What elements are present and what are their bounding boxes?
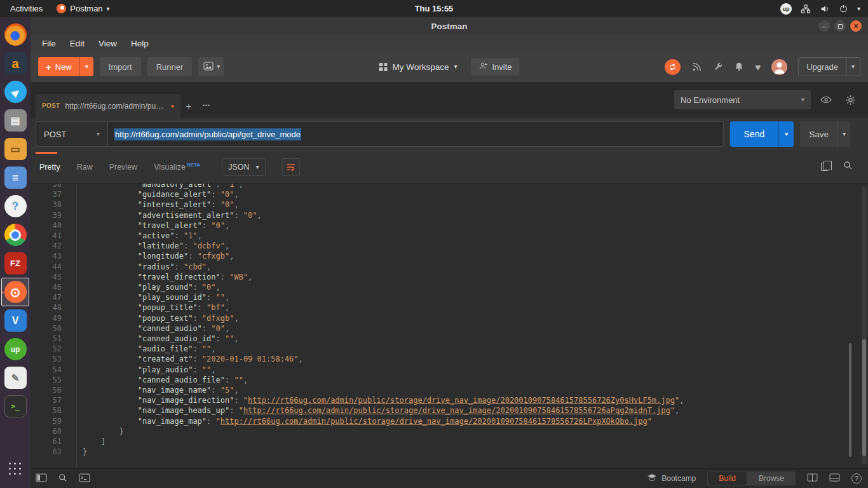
maximize-button[interactable] [834, 20, 846, 32]
dock-item-files-icon[interactable]: ▭ [1, 135, 29, 163]
response-body[interactable]: 36"mandatory_alert": "1",37"guidance_ale… [31, 184, 868, 468]
menu-view[interactable]: View [92, 37, 123, 50]
request-builder: POST ▾ http://rt66ug.com/admin/public/ap… [31, 118, 868, 151]
upgrade-button[interactable]: Upgrade ▾ [798, 57, 860, 76]
open-new-button[interactable]: ▾ [198, 57, 224, 76]
volume-icon[interactable] [820, 4, 830, 14]
environment-quick-look-eye-icon[interactable] [817, 91, 835, 109]
wrap-text-button[interactable] [282, 158, 300, 176]
code-line: 50"canned_audio": "0", [31, 323, 868, 334]
avatar[interactable] [771, 59, 787, 75]
scrollbar[interactable] [862, 186, 867, 464]
tab-options-button[interactable]: ••• [198, 98, 215, 113]
build-browse-switch: Build Browse [707, 471, 796, 485]
format-selector[interactable]: JSON ▾ [222, 158, 265, 176]
inner-scrollbar[interactable] [849, 343, 851, 457]
close-button[interactable]: × [850, 20, 862, 32]
capture-requests-icon[interactable] [691, 62, 702, 72]
two-pane-icon[interactable] [807, 473, 818, 484]
dock-item-printer-icon[interactable]: ▤ [1, 106, 29, 135]
status-bar: Bootcamp Build Browse ? [31, 468, 868, 488]
sidebar-toggle-icon[interactable] [36, 473, 47, 484]
show-applications-icon[interactable] [1, 456, 29, 482]
send-button[interactable]: Send ▾ [730, 121, 794, 147]
url-selected-text: http://rt66ug.com/admin/public/api/get_d… [114, 128, 301, 140]
dock-item-telegram-icon[interactable]: ▶ [1, 78, 29, 106]
request-tab-bar: POST http://rt66ug.com/admin/publ... ● +… [31, 82, 868, 118]
dock-item-firefox-icon[interactable] [1, 20, 29, 49]
new-dropdown[interactable]: ▾ [79, 57, 93, 76]
request-tab[interactable]: POST http://rt66ug.com/admin/publ... ● [36, 94, 180, 118]
code-line: 53"created_at": "2020-01-09 01:58:46", [31, 354, 868, 364]
code-line: 60} [31, 426, 868, 437]
dock-item-vscode-icon[interactable]: V [1, 306, 29, 335]
invite-user-icon [478, 62, 487, 72]
console-drawer-icon[interactable] [829, 473, 840, 484]
network-icon[interactable] [801, 4, 811, 14]
dock-item-help-icon[interactable]: ? [1, 192, 29, 220]
tab-raw[interactable]: Raw [77, 163, 93, 172]
chevron-down-icon[interactable]: ▾ [857, 6, 860, 12]
console-icon[interactable] [79, 473, 90, 484]
workspace-grid-icon [379, 63, 387, 71]
code-line: 47"play_sound_id": "", [31, 292, 868, 302]
code-line: 44"radius": "cbd", [31, 262, 868, 272]
tab-visualize[interactable]: VisualizeBETA [154, 162, 200, 172]
code-line: 55"canned_audio_file": "", [31, 375, 868, 385]
dock-item-upwork-icon[interactable]: up [1, 335, 29, 363]
dock: a▶▤▭≡?FZ⊙Vup✎>_ [0, 17, 31, 488]
environment-selector[interactable]: No Environment ▾ [674, 90, 811, 109]
copy-icon[interactable] [821, 163, 828, 171]
plus-icon: + [46, 62, 51, 72]
dock-item-chrome-icon[interactable] [1, 220, 29, 249]
search-icon[interactable] [843, 161, 853, 173]
sync-status-icon[interactable] [665, 59, 681, 75]
dock-item-amazon-icon[interactable]: a [1, 49, 29, 78]
new-button[interactable]: +New ▾ [38, 57, 93, 76]
dock-item-postman-icon[interactable]: ⊙ [1, 278, 29, 306]
code-line: 61] [31, 437, 868, 447]
heart-icon[interactable]: ♥ [755, 62, 761, 72]
window-new-icon [203, 62, 214, 72]
minimize-button[interactable]: – [818, 20, 830, 32]
beta-badge: BETA [187, 162, 200, 168]
bootcamp-button[interactable]: Bootcamp [647, 473, 696, 484]
invite-button[interactable]: Invite [471, 58, 519, 76]
power-icon[interactable] [839, 4, 848, 13]
menu-help[interactable]: Help [125, 37, 155, 50]
titlebar[interactable]: Postman – × [31, 17, 868, 35]
postman-logo-icon [57, 4, 66, 13]
workspace-selector[interactable]: My Workspace ▾ [379, 62, 457, 72]
menu-file[interactable]: File [36, 37, 62, 50]
clock[interactable]: Thu 15:55 [415, 4, 454, 13]
settings-gear-icon[interactable] [841, 91, 859, 109]
dock-item-filezilla-icon[interactable]: FZ [1, 249, 29, 278]
dock-item-editor-icon[interactable]: ✎ [1, 363, 29, 392]
save-button[interactable]: Save ▾ [800, 121, 850, 147]
import-button[interactable]: Import [100, 57, 141, 76]
url-input[interactable]: http://rt66ug.com/admin/public/api/get_d… [107, 121, 724, 147]
runner-button[interactable]: Runner [147, 57, 193, 76]
app-menu-button[interactable]: Postman ▾ [57, 4, 109, 13]
notifications-bell-icon[interactable] [734, 62, 744, 72]
find-icon[interactable] [58, 473, 67, 484]
upwork-tray-icon[interactable]: up [780, 3, 792, 15]
tab-preview[interactable]: Preview [109, 163, 137, 172]
upgrade-dropdown[interactable]: ▾ [846, 58, 860, 76]
new-tab-button[interactable]: + [180, 98, 197, 113]
menu-edit[interactable]: Edit [64, 37, 91, 50]
save-dropdown[interactable]: ▾ [837, 121, 850, 147]
build-tab[interactable]: Build [708, 472, 747, 485]
code-line: 49"popup_text": "dfxgb", [31, 313, 868, 323]
browse-tab[interactable]: Browse [747, 471, 796, 485]
method-selector[interactable]: POST ▾ [36, 121, 107, 147]
response-toolbar: Pretty Raw Preview VisualizeBETA JSON ▾ [31, 151, 868, 184]
activities-button[interactable]: Activities [10, 4, 43, 13]
interceptor-wrench-icon[interactable] [713, 62, 723, 72]
dock-item-terminal-icon[interactable]: >_ [1, 392, 29, 421]
send-dropdown[interactable]: ▾ [778, 121, 794, 147]
dock-item-writer-icon[interactable]: ≡ [1, 163, 29, 192]
screen: Activities Postman ▾ Thu 15:55 up [0, 0, 868, 488]
tab-pretty[interactable]: Pretty [39, 163, 60, 172]
help-icon[interactable]: ? [851, 473, 862, 484]
